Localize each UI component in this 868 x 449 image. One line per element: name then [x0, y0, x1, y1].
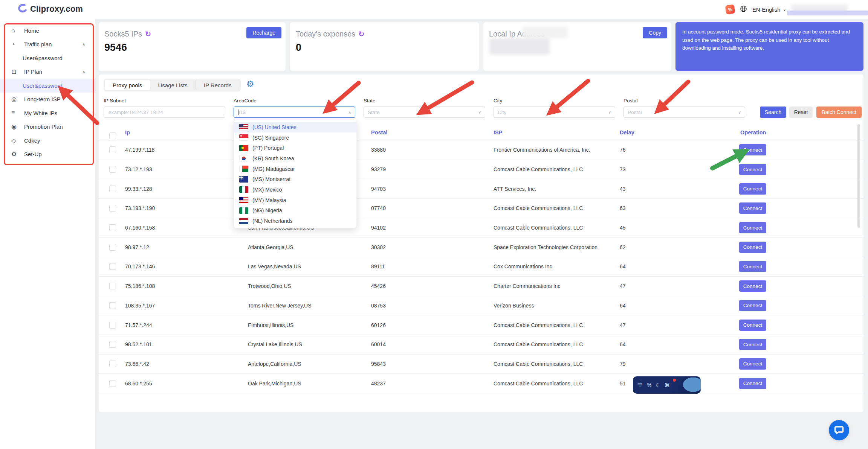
table-row: 73.66.*.42 Antelope,California,US 95843 …: [99, 355, 863, 374]
area-code-label: AreaCode: [234, 98, 257, 103]
refresh-icon[interactable]: ↻: [358, 30, 364, 38]
connect-button[interactable]: Connect: [739, 144, 766, 155]
dropdown-option[interactable]: (SG) Singapore: [234, 132, 356, 143]
sidebar-item[interactable]: ◇ Cdkey: [0, 134, 95, 148]
search-button[interactable]: Search: [760, 107, 786, 118]
tab[interactable]: Usage Lists: [150, 80, 195, 90]
cell-ip: 73.12.*.193: [125, 166, 152, 172]
refresh-icon[interactable]: ↻: [145, 30, 151, 38]
row-checkbox[interactable]: [109, 224, 116, 231]
connect-button[interactable]: Connect: [739, 280, 766, 292]
city-select[interactable]: City ∨: [494, 107, 615, 118]
row-checkbox[interactable]: [109, 146, 116, 153]
connect-button[interactable]: Connect: [739, 242, 766, 253]
row-checkbox[interactable]: [109, 283, 116, 289]
connect-button[interactable]: Connect: [739, 222, 766, 233]
row-checkbox[interactable]: [109, 244, 116, 251]
row-checkbox[interactable]: [109, 322, 116, 329]
connect-button[interactable]: Connect: [739, 339, 766, 350]
postal-placeholder: Postal: [628, 110, 642, 115]
copy-button[interactable]: Copy: [643, 27, 667, 38]
dropdown-option[interactable]: (NL) Netherlands: [234, 216, 356, 226]
sidebar-item-icon: ◔: [11, 41, 20, 48]
page: Cliproxy.com % EN-English ∨ ⌂ Home ◔: [0, 0, 868, 449]
widget-icon[interactable]: 中: [637, 382, 643, 388]
live-chat-button[interactable]: [829, 420, 849, 440]
dropdown-option[interactable]: (MG) Madagascar: [234, 164, 356, 174]
row-checkbox[interactable]: [109, 361, 116, 367]
dropdown-option[interactable]: (MY) Malaysia: [234, 195, 356, 205]
table-row: 108.35.*.167 Toms River,New Jersey,US 08…: [99, 296, 863, 316]
scrollbar-thumb[interactable]: [857, 124, 860, 228]
area-code-input[interactable]: US ∧: [234, 107, 355, 118]
dropdown-option[interactable]: (MX) Mexico: [234, 184, 356, 195]
logo[interactable]: Cliproxy.com: [17, 3, 83, 15]
tab-bar: Proxy pools Usage Lists IP Records: [104, 79, 241, 91]
select-all-checkbox[interactable]: [109, 132, 116, 139]
sidebar-item[interactable]: ◔ Traffic plan ∧: [0, 38, 95, 52]
dropdown-option-label: (MG) Madagascar: [252, 166, 295, 172]
cell-delay: 45: [620, 225, 626, 231]
sidebar-item[interactable]: ⊡ IP Plan ∧: [0, 65, 95, 79]
sidebar-item[interactable]: ◉ Promotion Plan: [0, 120, 95, 134]
dropdown-option[interactable]: (PT) Portugal: [234, 143, 356, 153]
recharge-button[interactable]: Recharge: [246, 27, 281, 38]
state-select[interactable]: State ∨: [364, 107, 485, 118]
widget-icon[interactable]: %: [647, 382, 651, 388]
sidebar-item[interactable]: ⚙ Set-Up: [0, 148, 95, 161]
sidebar-item-icon: ◉: [11, 123, 20, 130]
browser-extension-widget[interactable]: 中 % ☾ ⌘: [633, 376, 701, 394]
sidebar-item[interactable]: ≡ My White IPs: [0, 106, 95, 120]
batch-connect-button[interactable]: Batch Connect: [816, 107, 862, 118]
connect-button[interactable]: Connect: [739, 378, 766, 389]
tab[interactable]: IP Records: [196, 80, 240, 90]
cell-postal: 33880: [371, 147, 386, 153]
sidebar-item[interactable]: User&password: [0, 51, 95, 65]
sidebar-item-label: Long-term ISP: [24, 96, 61, 102]
widget-icon[interactable]: ☾: [656, 382, 660, 388]
cell-location: Las Vegas,Nevada,US: [248, 263, 301, 269]
tab-label: IP Records: [204, 82, 232, 88]
postal-select[interactable]: Postal ∨: [623, 107, 745, 118]
tab-label: Proxy pools: [113, 82, 142, 88]
redacted-ip-blur: [523, 27, 568, 38]
connect-button[interactable]: Connect: [739, 202, 766, 214]
row-checkbox[interactable]: [109, 186, 116, 192]
sidebar-item[interactable]: ⌂ Home: [0, 24, 95, 38]
language-selector[interactable]: EN-English ∨: [752, 6, 786, 13]
connect-button[interactable]: Connect: [739, 164, 766, 175]
dropdown-option[interactable]: (US) United States: [234, 122, 356, 132]
cell-ip: 71.57.*.244: [125, 322, 152, 328]
connect-button[interactable]: Connect: [739, 183, 766, 195]
widget-icon[interactable]: ⌘: [665, 382, 670, 388]
tab[interactable]: Proxy pools: [105, 80, 150, 90]
row-checkbox[interactable]: [109, 205, 116, 212]
connect-button[interactable]: Connect: [739, 261, 766, 272]
connect-button[interactable]: Connect: [739, 358, 766, 370]
row-checkbox[interactable]: [109, 166, 116, 173]
sidebar-item[interactable]: ◎ Long-term ISP: [0, 93, 95, 107]
connect-button[interactable]: Connect: [739, 320, 766, 331]
cell-location: Atlanta,Georgia,US: [248, 244, 293, 250]
cell-delay: 47: [620, 283, 626, 289]
connect-button[interactable]: Connect: [739, 300, 766, 311]
cell-delay: 64: [620, 303, 626, 309]
dropdown-option[interactable]: (KR) South Korea: [234, 153, 356, 164]
settings-gear-icon[interactable]: ⚙: [246, 79, 254, 89]
dropdown-option[interactable]: (NG) Nigeria: [234, 205, 356, 216]
ip-subnet-input[interactable]: [108, 109, 221, 116]
cell-isp: Comcast Cable Communications, LLC: [494, 205, 583, 211]
city-label: City: [494, 98, 502, 103]
row-checkbox[interactable]: [109, 380, 116, 387]
discount-badge-icon[interactable]: %: [725, 4, 735, 14]
info-notice-text: In account password mode, Socks5 residen…: [682, 29, 850, 51]
sidebar-item[interactable]: User&password: [0, 79, 95, 93]
row-checkbox[interactable]: [109, 341, 116, 348]
dropdown-option[interactable]: (MS) Montserrat: [234, 174, 356, 184]
cell-ip: 73.193.*.190: [125, 205, 155, 211]
cell-delay: 47: [620, 322, 626, 328]
row-checkbox[interactable]: [109, 263, 116, 270]
cell-postal: 07740: [371, 205, 386, 211]
reset-button[interactable]: Reset: [789, 107, 813, 118]
row-checkbox[interactable]: [109, 302, 116, 309]
